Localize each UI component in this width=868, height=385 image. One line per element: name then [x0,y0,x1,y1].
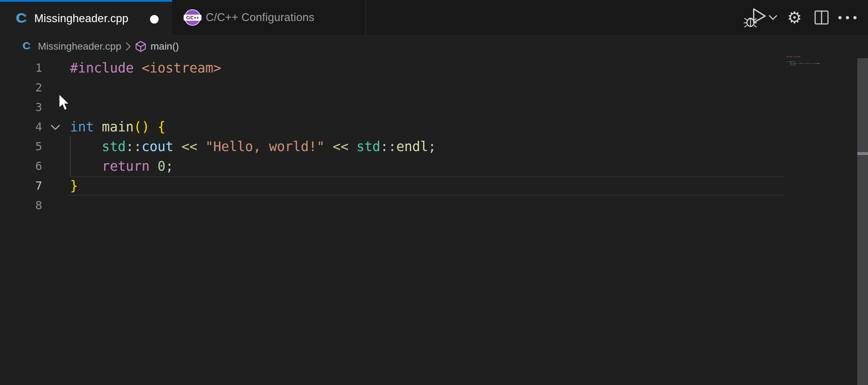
code-line[interactable]: 8 [0,196,868,215]
cpptools-icon-label: C/C++ [184,15,201,21]
breadcrumb-file[interactable]: Missingheader.cpp [38,41,121,52]
line-number[interactable]: 3 [0,98,42,117]
split-editor-button[interactable] [812,0,832,35]
line-number[interactable]: 7 [0,176,42,196]
cpp-file-icon: C++ [23,41,32,52]
indent-guide [70,137,71,176]
minimap[interactable]: #include <iostream> int main() { std::co… [787,56,858,69]
line-number[interactable]: 2 [0,78,42,98]
chevron-right-icon [125,42,131,51]
editor-tab-bar: C++ Missingheader.cpp C/C++ C/C++ Config… [0,0,868,35]
fold-chevron-icon[interactable] [50,123,61,131]
line-number[interactable]: 4 [0,117,42,137]
code-line[interactable]: 5 std::cout << "Hello, world!" << std::e… [0,137,868,156]
tab-label: Missingheader.cpp [34,12,129,25]
mouse-pointer-icon [58,94,70,111]
modified-dot-icon[interactable] [150,15,159,24]
chevron-down-icon [769,16,777,19]
line-number[interactable]: 6 [0,156,42,176]
debug-run-icon [743,7,777,28]
split-editor-icon [814,10,829,25]
symbol-method-cube-icon [135,41,146,52]
code-text[interactable]: } [70,176,78,196]
cpp-file-icon: C++ [16,11,29,26]
code-editor[interactable]: 1#include <iostream>234int main() {5 std… [0,55,868,385]
code-line[interactable]: 4int main() { [0,117,868,137]
breadcrumb-symbol[interactable]: main() [150,41,179,52]
gear-icon: ⚙ [787,9,802,26]
more-actions-button[interactable] [837,0,857,35]
code-line[interactable]: 1#include <iostream> [0,58,868,78]
settings-button[interactable]: ⚙ [784,0,804,35]
vertical-scrollbar-slider[interactable] [857,58,868,385]
tab-label: C/C++ Configurations [206,11,314,24]
tab-missingheader-cpp[interactable]: C++ Missingheader.cpp [0,0,172,35]
debug-run-button[interactable] [742,0,778,35]
code-text[interactable]: int main() { [70,117,165,137]
line-number[interactable]: 5 [0,137,42,156]
code-line[interactable]: 3 [0,98,868,117]
code-line[interactable]: 6 return 0; [0,156,868,176]
current-line-highlight [69,176,784,196]
overview-ruler-cursor-marker [857,152,868,155]
code-text[interactable]: return 0; [70,156,174,176]
cpptools-extension-icon: C/C++ [185,10,200,25]
code-text[interactable]: std::cout << "Hello, world!" << std::end… [70,137,436,156]
breadcrumb: C++ Missingheader.cpp main() [21,38,179,55]
code-line[interactable]: 2 [0,78,868,98]
code-text[interactable]: #include <iostream> [70,58,221,78]
tab-cpp-configurations[interactable]: C/C++ C/C++ Configurations [172,0,366,35]
code-line[interactable]: 7} [0,176,868,196]
line-number[interactable]: 8 [0,196,42,215]
line-number[interactable]: 1 [0,58,42,78]
ellipsis-icon [838,16,857,19]
